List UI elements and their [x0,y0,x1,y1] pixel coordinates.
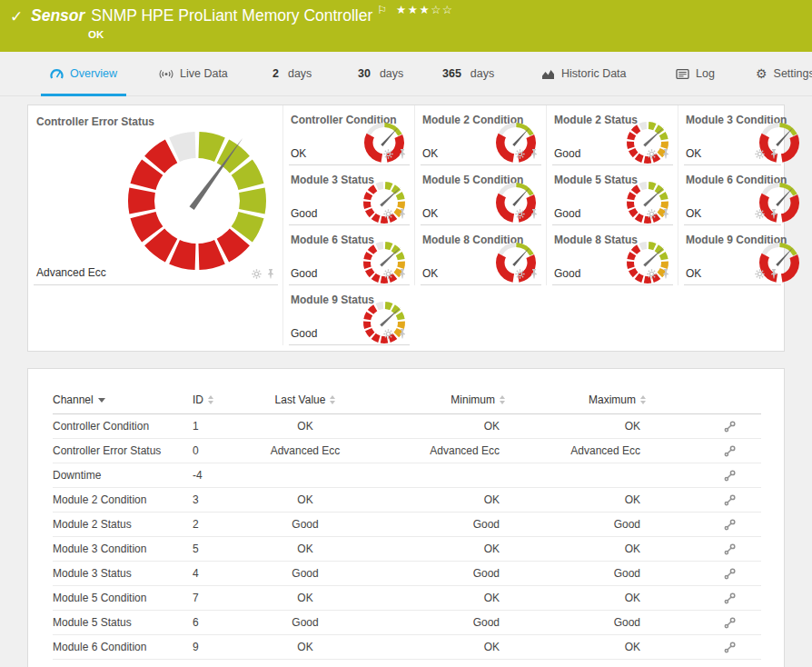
panel-gear-icon[interactable] [647,206,657,223]
panel-mini-actions[interactable] [383,206,407,223]
sort-icons[interactable] [500,395,505,404]
channel-panel-module-9-status[interactable]: Module 9 StatusGood [282,285,414,345]
panel-pin-icon[interactable] [530,146,539,163]
panel-mini-actions[interactable] [252,266,275,283]
flag-icon[interactable]: ⚐ [377,5,387,15]
sort-icons[interactable] [330,395,335,404]
tab-live-data[interactable]: Live Data [150,52,237,95]
panel-gear-icon[interactable] [515,146,525,163]
channel-panel-module-2-status[interactable]: Module 2 StatusGood [546,105,678,165]
channel-panel-module-8-condition[interactable]: Module 8 ConditionOK [414,225,546,285]
panel-gear-icon[interactable] [383,266,393,283]
panel-gear-icon[interactable] [515,266,525,283]
panel-mini-actions[interactable] [647,146,670,163]
panel-mini-actions[interactable] [755,146,778,163]
panel-gear-icon[interactable] [647,146,657,163]
tab-overview[interactable]: Overview [41,52,126,95]
panel-pin-icon[interactable] [661,146,670,163]
panel-mini-actions[interactable] [755,266,778,283]
channel-panel-module-9-condition[interactable]: Module 9 ConditionOK [678,225,786,285]
sort-desc-icon[interactable] [98,398,105,403]
panel-pin-icon[interactable] [769,146,778,163]
table-row[interactable]: Controller Condition1OKOKOK [53,414,761,439]
panel-pin-icon[interactable] [530,266,539,283]
channel-panel-module-3-status[interactable]: Module 3 StatusGood [282,165,414,225]
tab-log[interactable]: Log [667,52,724,95]
channel-settings-icon[interactable] [723,420,761,433]
sort-icons[interactable] [640,395,646,404]
panel-gear-icon[interactable] [383,326,393,343]
panel-mini-actions[interactable] [515,146,539,163]
channel-settings-icon[interactable] [723,616,761,630]
channel-settings-icon[interactable] [723,641,761,654]
channel-panel-module-8-status[interactable]: Module 8 StatusGood [546,225,678,285]
panel-gear-icon[interactable] [252,266,262,283]
panel-pin-icon[interactable] [769,266,778,283]
table-row[interactable]: Module 3 Status4GoodGoodGood [53,562,761,586]
channel-settings-icon[interactable] [723,567,761,581]
panel-gear-icon[interactable] [383,146,393,163]
tab-settings[interactable]: ⚙Settings [747,52,812,95]
panel-mini-actions[interactable] [383,146,407,163]
table-row[interactable]: Module 3 Condition5OKOKOK [53,537,761,562]
table-row[interactable]: Module 5 Condition7OKOKOK [53,586,761,611]
channel-panel-module-6-status[interactable]: Module 6 StatusGood [282,225,414,285]
sort-icons[interactable] [208,395,213,404]
channels-table-panel: ChannelIDLast ValueMinimumMaximumControl… [27,368,785,667]
panel-gear-icon[interactable] [755,206,765,223]
panel-pin-icon[interactable] [398,266,407,283]
table-row[interactable]: Module 2 Condition3OKOKOK [53,488,761,513]
tab-30-days[interactable]: 30days [349,52,412,95]
panel-mini-actions[interactable] [383,266,407,283]
table-row[interactable]: Module 5 Status6GoodGoodGood [53,611,761,635]
channel-actions-cell [646,463,761,488]
tab-historic-data[interactable]: Historic Data [532,52,636,95]
panel-pin-icon[interactable] [266,266,275,283]
channel-settings-icon[interactable] [723,543,761,556]
channel-panel-module-3-condition[interactable]: Module 3 ConditionOK [678,105,786,165]
panel-gear-icon[interactable] [755,146,765,163]
priority-stars[interactable]: ★★★☆☆ [396,5,454,16]
panel-gear-icon[interactable] [383,206,393,223]
panel-pin-icon[interactable] [530,206,539,223]
column-header-minimum[interactable]: Minimum [364,387,505,414]
gauge-value: OK [422,267,438,280]
panel-pin-icon[interactable] [661,266,670,283]
channel-settings-icon[interactable] [723,469,761,483]
channel-settings-icon[interactable] [723,444,761,458]
channel-settings-icon[interactable] [723,493,761,507]
panel-pin-icon[interactable] [398,326,407,343]
panel-pin-icon[interactable] [398,146,407,163]
panel-pin-icon[interactable] [769,206,778,223]
column-header-maximum[interactable]: Maximum [505,387,646,414]
panel-mini-actions[interactable] [755,206,778,223]
panel-mini-actions[interactable] [647,206,670,223]
channel-settings-icon[interactable] [723,592,761,605]
status-check-icon: ✓ [10,7,23,26]
column-header-channel[interactable]: Channel [53,387,193,414]
channel-panel-module-2-condition[interactable]: Module 2 ConditionOK [414,105,546,165]
channel-panel-module-6-condition[interactable]: Module 6 ConditionOK [678,165,786,225]
channel-panel-controller-condition[interactable]: Controller ConditionOK [282,105,414,165]
channel-settings-icon[interactable] [723,518,761,532]
panel-gear-icon[interactable] [647,266,657,283]
channel-panel-controller-error-status[interactable]: Controller Error Status Advanced Ecc [28,105,282,285]
column-header-id[interactable]: ID [193,387,246,414]
table-row[interactable]: Downtime-4 [53,463,761,488]
channel-panel-module-5-status[interactable]: Module 5 StatusGood [546,165,678,225]
table-row[interactable]: Module 6 Condition9OKOKOK [53,635,761,660]
panel-pin-icon[interactable] [398,206,407,223]
panel-gear-icon[interactable] [515,206,525,223]
tab-365-days[interactable]: 365days [433,52,503,95]
panel-pin-icon[interactable] [661,206,670,223]
panel-gear-icon[interactable] [755,266,765,283]
panel-mini-actions[interactable] [515,266,539,283]
panel-mini-actions[interactable] [515,206,539,223]
table-row[interactable]: Controller Error Status0Advanced EccAdva… [53,439,761,463]
tab-2-days[interactable]: 2days [263,52,321,95]
panel-mini-actions[interactable] [647,266,670,283]
table-row[interactable]: Module 2 Status2GoodGoodGood [53,513,761,537]
panel-mini-actions[interactable] [383,326,407,343]
column-header-last-value[interactable]: Last Value [246,387,364,414]
channel-panel-module-5-condition[interactable]: Module 5 ConditionOK [414,165,546,225]
